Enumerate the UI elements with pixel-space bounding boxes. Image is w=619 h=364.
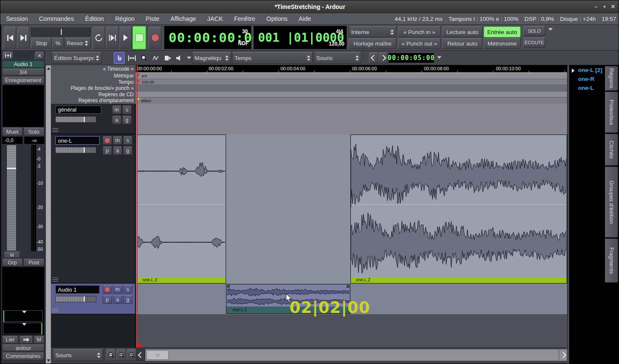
- audition-indicator-button[interactable]: ÉCOUTE: [523, 37, 545, 48]
- auto-return-button[interactable]: Retour auto: [442, 38, 482, 49]
- gain-display[interactable]: -0,0: [2, 137, 23, 144]
- cd-marker-ruler[interactable]: [136, 92, 567, 97]
- ruler-label-meter[interactable]: Métrique: [51, 73, 136, 79]
- shuttle-slider-handle[interactable]: [61, 29, 62, 35]
- strip-record-button[interactable]: Enregistrement: [2, 77, 44, 84]
- edit-mode-dropdown[interactable]: Édition Superposa: [52, 52, 102, 64]
- audio1-automation-button[interactable]: a: [113, 295, 122, 304]
- zoom-in-button[interactable]: [116, 349, 126, 361]
- zoom-out-button[interactable]: [106, 349, 116, 361]
- shuttle-stop-button[interactable]: Stop: [31, 38, 52, 49]
- snap-mode-dropdown[interactable]: Magnétiqu: [192, 52, 231, 64]
- solo-indicator-button[interactable]: SOLO: [523, 26, 545, 36]
- metering-post-button[interactable]: Post: [23, 259, 44, 266]
- menu-piste[interactable]: Piste: [146, 15, 159, 22]
- audio1-solo-button[interactable]: s: [123, 285, 132, 294]
- strip-hide-button[interactable]: [35, 52, 44, 60]
- audio1-group-button[interactable]: g: [123, 295, 132, 304]
- pan-mono-button[interactable]: M: [34, 336, 44, 344]
- toolbar-expand-chevron-icon[interactable]: [548, 28, 553, 31]
- bus-solo-button[interactable]: s: [122, 106, 132, 114]
- region-name-bar[interactable]: one-L.3: [137, 277, 226, 283]
- region-one-l2[interactable]: one-L.2: [350, 135, 567, 284]
- region-handle[interactable]: [227, 285, 230, 288]
- zoom-fit-button[interactable]: [126, 349, 136, 361]
- goto-end-button[interactable]: [17, 27, 29, 49]
- menu-region[interactable]: Région: [115, 15, 135, 22]
- bus-automation-button[interactable]: a: [112, 116, 121, 124]
- clock-master-button[interactable]: Horloge maître: [349, 38, 396, 49]
- snap-unit-dropdown[interactable]: Temps: [232, 52, 313, 64]
- menu-options[interactable]: Options: [267, 15, 288, 22]
- metronome-button[interactable]: Métronome: [484, 38, 521, 49]
- panner-left[interactable]: [3, 310, 43, 322]
- timefx-tool-button[interactable]: [162, 52, 173, 64]
- title-bar[interactable]: *TimeStretching - Ardour – + ✕: [0, 0, 619, 13]
- strip-width-button[interactable]: [3, 52, 13, 60]
- stop-button[interactable]: [132, 26, 146, 49]
- one-l-name-field[interactable]: one-L: [55, 136, 100, 145]
- meter-ruler[interactable]: 4/4: [136, 73, 567, 79]
- group-button[interactable]: Grp: [2, 259, 23, 266]
- audio1-track-header[interactable]: Audio 1 m s p a g: [51, 284, 135, 314]
- scroll-up-button[interactable]: [46, 66, 51, 71]
- goto-start-button[interactable]: [4, 27, 16, 49]
- bus-name-field[interactable]: général: [55, 106, 101, 114]
- loop-button[interactable]: [92, 27, 105, 49]
- menu-jack[interactable]: JACK: [207, 15, 223, 22]
- region-list-item[interactable]: one-L [2]: [578, 67, 602, 73]
- region-handle[interactable]: [347, 285, 350, 288]
- pan-link-direction-button[interactable]: [19, 336, 33, 344]
- track-resize-grip[interactable]: [52, 308, 58, 312]
- gain-fader-handle[interactable]: [7, 168, 16, 169]
- tab-tracks-busses[interactable]: Pistes/bus: [605, 92, 618, 133]
- auto-input-button[interactable]: Entrée auto: [484, 26, 521, 37]
- tab-chunks[interactable]: Fragments: [605, 238, 618, 283]
- ruler-label-location-markers[interactable]: Repères d'emplacement: [51, 97, 136, 104]
- output-button[interactable]: ardour: [2, 344, 44, 352]
- one-l-solo-button[interactable]: s: [123, 136, 132, 145]
- one-l-track-header[interactable]: one-L m s p a g: [51, 135, 135, 284]
- menu-affichage[interactable]: Affichage: [170, 15, 196, 22]
- location-marker-ruler[interactable]: début: [136, 97, 567, 104]
- tab-edit-groups[interactable]: Groupes d'édition: [605, 166, 618, 238]
- punch-in-button[interactable]: « Punch in »: [398, 26, 441, 37]
- audio1-name-field[interactable]: Audio 1: [55, 285, 100, 294]
- object-tool-button[interactable]: [114, 52, 125, 64]
- hscroll-thumb[interactable]: [146, 350, 169, 360]
- meter-mono-button[interactable]: M: [4, 252, 20, 258]
- tempo-ruler[interactable]: 120,00: [136, 79, 567, 85]
- peak-display[interactable]: -∞: [24, 137, 44, 144]
- sync-source-dropdown[interactable]: Interne: [349, 26, 396, 37]
- tab-regions[interactable]: Régions: [605, 66, 618, 91]
- punch-out-button[interactable]: « Punch out »: [398, 38, 441, 49]
- bottom-edit-point-dropdown[interactable]: Souris: [53, 349, 103, 361]
- region-list-item[interactable]: one-R: [578, 76, 594, 82]
- play-button[interactable]: [120, 27, 132, 49]
- audio1-gain-fader[interactable]: [55, 296, 96, 302]
- audio1-mute-button[interactable]: m: [113, 285, 122, 294]
- editor-vertical-scrollbar[interactable]: [46, 65, 51, 364]
- nudge-clock[interactable]: 00:00:05:00: [388, 53, 434, 63]
- one-l-automation-button[interactable]: a: [113, 146, 122, 155]
- track-resize-grip[interactable]: [52, 278, 58, 282]
- solo-button[interactable]: Solo: [23, 128, 44, 136]
- hscroll-right-button[interactable]: [559, 349, 567, 361]
- strip-input-display[interactable]: [3, 85, 44, 127]
- ruler-label-cd-markers[interactable]: Repères de CD: [51, 92, 136, 97]
- edit-point-dropdown[interactable]: Souris: [314, 52, 361, 64]
- scroll-down-button[interactable]: [46, 358, 51, 363]
- audio1-playlist-button[interactable]: p: [103, 295, 112, 304]
- pan-link-button[interactable]: Lier: [2, 336, 18, 344]
- shuttle-slider[interactable]: [31, 27, 91, 37]
- nudge-backward-button[interactable]: [369, 52, 378, 63]
- maximize-button[interactable]: +: [601, 3, 608, 11]
- one-l-gain-fader[interactable]: [55, 147, 96, 153]
- mute-button[interactable]: Muet: [2, 128, 23, 136]
- playhead-marker-icon[interactable]: [137, 341, 143, 347]
- bus-track-header[interactable]: général m s a g: [51, 104, 135, 134]
- region-name-bar[interactable]: one-L.2: [351, 277, 567, 283]
- track-resize-grip[interactable]: [52, 128, 58, 132]
- playhead-line[interactable]: [137, 65, 138, 347]
- menu-edition[interactable]: Édition: [85, 15, 104, 22]
